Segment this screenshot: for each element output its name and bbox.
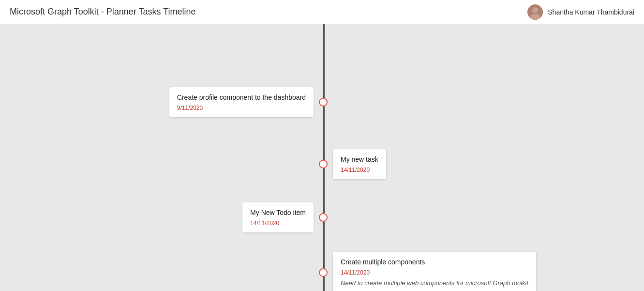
task-card[interactable]: My New Todo item 14/11/2020 — [242, 202, 314, 232]
timeline-item: Create multiple components 14/11/2020 Ne… — [323, 252, 536, 291]
timeline-dot — [319, 160, 328, 168]
task-date: 9/11/2020 — [177, 105, 306, 111]
task-card[interactable]: Create profile component to the dashboar… — [169, 87, 314, 117]
page-title: Microsoft Graph Toolkit - Planner Tasks … — [10, 7, 196, 17]
task-card[interactable]: Create multiple components 14/11/2020 Ne… — [333, 252, 536, 291]
timeline-item: Create profile component to the dashboar… — [0, 87, 323, 117]
svg-point-1 — [532, 7, 538, 13]
user-info: Shantha Kumar Thambidurai — [527, 4, 634, 20]
timeline-container: Create profile component to the dashboar… — [0, 24, 644, 291]
timeline-item: My new task 14/11/2020 — [323, 149, 386, 179]
user-name: Shantha Kumar Thambidurai — [548, 8, 634, 16]
task-title: Create multiple components — [341, 258, 528, 267]
timeline-dot — [319, 213, 328, 222]
timeline-dot — [319, 98, 328, 107]
timeline-item: My New Todo item 14/11/2020 — [0, 202, 323, 232]
task-card[interactable]: My new task 14/11/2020 — [333, 149, 386, 179]
avatar — [527, 4, 543, 20]
task-date: 14/11/2020 — [250, 220, 306, 227]
task-description: Need to create multiple web components f… — [341, 279, 528, 288]
task-title: My new task — [341, 155, 378, 165]
task-title: My New Todo item — [250, 208, 306, 218]
task-title: Create profile component to the dashboar… — [177, 93, 306, 103]
timeline-dot — [319, 268, 328, 277]
task-date: 14/11/2020 — [341, 167, 378, 173]
task-date: 14/11/2020 — [341, 269, 528, 276]
app-header: Microsoft Graph Toolkit - Planner Tasks … — [0, 0, 644, 24]
